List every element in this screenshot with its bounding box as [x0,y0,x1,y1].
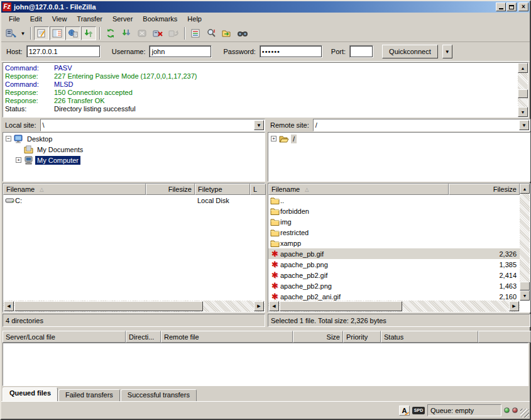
queue-size-indicator: Queue: empty [427,404,501,416]
scroll-up-icon[interactable]: ▲ [518,63,528,73]
cancel-operation-button[interactable] [134,26,150,40]
find-files-button[interactable] [235,26,250,40]
file-name-cell: ✱apache_pb2.png [268,282,449,290]
log-label: Response: [5,97,54,105]
expand-icon[interactable]: + [271,136,276,141]
port-input[interactable] [349,45,373,58]
scroll-left-icon[interactable]: ◀ [4,301,14,311]
maximize-button[interactable] [506,3,517,11]
transfer-type-icon[interactable]: A [399,406,410,416]
file-row-apache-pb-gif[interactable]: ✱apache_pb.gif2,326 [268,248,520,259]
toggle-queue[interactable] [81,26,96,40]
tab-successful-transfers[interactable]: Successful transfers [121,389,197,401]
column-header-status[interactable]: Status [381,331,478,343]
file-row-apache-pb2-ani-gif[interactable]: ✱apache_pb2_ani.gif2,160 [268,291,520,301]
column-header-filetype[interactable]: Filetype [195,184,250,195]
file-row-forbidden[interactable]: forbidden [268,206,520,216]
column-header-empty[interactable] [478,331,531,343]
file-row--[interactable]: .. [268,195,520,206]
column-header-filesize[interactable]: Filesize [146,184,195,195]
close-button[interactable]: × [518,3,528,11]
scroll-right-icon[interactable]: ▶ [509,301,519,311]
tree-item--[interactable]: +/ [268,133,530,144]
local-site-combo[interactable]: \ ▼ [40,119,265,131]
column-header-server-local-file[interactable]: Server/Local file [3,331,126,343]
menu-view[interactable]: View [47,14,72,24]
file-name-cell: ✱apache_pb.png [268,260,449,268]
refresh-button[interactable] [103,26,118,40]
column-header-filename[interactable]: Filename△ [268,184,449,195]
remote-site-combo-arrow[interactable]: ▼ [519,120,529,130]
remote-vscroll-thumb[interactable] [520,282,530,290]
log-scrollbar[interactable]: ▲ ▼ [518,63,528,117]
remote-vscrollbar[interactable]: ▲ ▼ [520,184,530,301]
tree-item-my-documents[interactable]: My Documents [3,144,265,155]
tab-queued-files[interactable]: Queued files [3,387,58,401]
host-input[interactable] [26,45,101,58]
quickconnect-dropdown[interactable]: ▼ [442,45,452,58]
file-row-apache-pb2-gif[interactable]: ✱apache_pb2.gif2,414 [268,270,520,280]
column-header-priority[interactable]: Priority [343,331,381,343]
tree-item-desktop[interactable]: −Desktop [3,133,265,144]
local-hscroll-thumb[interactable] [14,301,203,311]
site-manager-dropdown[interactable]: ▼ [19,26,27,40]
filter-button[interactable] [188,26,203,40]
compare-button[interactable] [204,26,219,40]
tree-item-my-computer[interactable]: +My Computer [3,155,265,165]
scroll-up-icon[interactable]: ▲ [520,184,530,194]
speed-limit-icon[interactable]: SPD [412,407,425,414]
title-bar[interactable]: Fz john@127.0.0.1 - FileZilla × [1,1,530,13]
column-header-filename[interactable]: Filename△ [3,184,146,195]
scroll-right-icon[interactable]: ▶ [254,301,264,311]
remote-pane: Remote site: / ▼ +/ Filename△Filesize ..… [268,119,530,327]
menu-edit[interactable]: Edit [25,14,47,24]
process-queue-button[interactable] [119,26,134,40]
remote-hscrollbar[interactable]: ◀ ▶ [268,301,520,312]
log-row: Command:PASV [5,64,517,72]
file-size: 1,385 [449,261,520,268]
menu-bookmarks[interactable]: Bookmarks [138,14,182,24]
file-row-img[interactable]: img [268,216,520,227]
menu-file[interactable]: File [4,14,25,24]
file-row-restricted[interactable]: restricted [268,227,520,238]
column-header-l[interactable]: L [250,184,266,195]
menu-help[interactable]: Help [182,14,207,24]
log-scroll-thumb[interactable] [518,89,528,98]
file-row-apache-pb2-png[interactable]: ✱apache_pb2.png1,463 [268,280,520,291]
remote-site-combo[interactable]: / ▼ [313,119,530,131]
local-hscrollbar[interactable]: ◀ ▶ [3,301,265,312]
scroll-left-icon[interactable]: ◀ [269,301,279,311]
toggle-local-tree[interactable] [50,26,65,40]
file-name: C: [15,197,22,204]
minimize-button[interactable] [496,3,506,11]
file-row-xampp[interactable]: xampp [268,238,520,248]
resize-grip[interactable] [520,409,529,417]
scroll-down-icon[interactable]: ▼ [518,107,528,117]
disconnect-button[interactable] [150,26,165,40]
tree-item-label: My Documents [35,145,85,154]
column-header-remote-file[interactable]: Remote file [161,331,293,343]
username-input[interactable] [149,45,212,58]
password-input[interactable] [260,45,322,58]
reconnect-button[interactable] [166,26,181,40]
collapse-icon[interactable]: − [6,136,11,141]
column-header-size[interactable]: Size [293,331,343,343]
local-site-combo-arrow[interactable]: ▼ [254,120,264,130]
column-header-directi-[interactable]: Directi... [126,331,161,343]
menu-transfer[interactable]: Transfer [72,14,107,24]
filezilla-app-icon[interactable]: Fz [3,3,11,11]
menu-server[interactable]: Server [107,14,138,24]
sync-browsing-button[interactable] [219,26,234,40]
file-name-cell: xampp [268,239,449,247]
tab-failed-transfers[interactable]: Failed transfers [58,389,120,401]
file-row-c-[interactable]: C:Local Disk [3,195,265,206]
site-manager-button[interactable] [3,26,18,40]
expand-icon[interactable]: + [16,157,21,163]
scroll-down-icon[interactable]: ▼ [520,290,530,301]
quickconnect-button[interactable]: Quickconnect [382,45,438,58]
toggle-message-log[interactable] [34,26,49,40]
toggle-remote-tree[interactable] [65,26,80,40]
remote-hscroll-thumb[interactable] [280,301,402,311]
file-row-apache-pb-png[interactable]: ✱apache_pb.png1,385 [268,259,520,270]
column-header-filesize[interactable]: Filesize [449,184,520,195]
